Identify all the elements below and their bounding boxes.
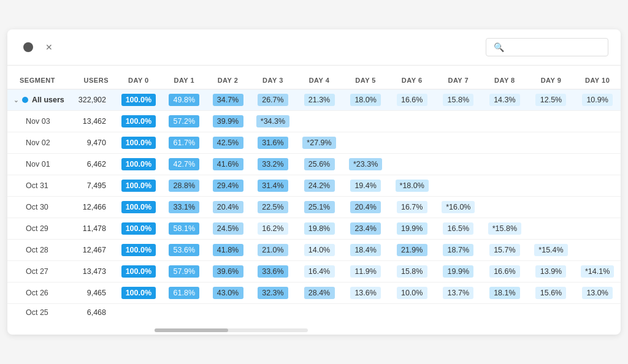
day9-cell [528,175,575,197]
day4-cell [296,111,343,132]
deselect-all-button[interactable]: ✕ [45,42,56,52]
day8-cell [481,197,528,218]
users-cell: 9,470 [72,132,115,154]
day9-cell: *15.4% [528,240,575,261]
search-icon: 🔍 [494,42,504,52]
day6-cell: 16.7% [389,197,435,218]
col-day8: DAY 8 [481,72,528,89]
day10-cell [574,304,621,322]
day4-cell: 19.8% [296,218,343,240]
cell-value: 34.7% [213,94,243,106]
cell-value: 19.9% [443,265,473,278]
day4-cell: *27.9% [296,132,343,154]
day5-cell: 13.6% [342,282,389,304]
search-input[interactable] [509,43,600,52]
day5-cell: 20.4% [342,197,389,218]
cell-value: 21.3% [304,94,335,106]
segment-cell: ⌄ All users [7,89,72,111]
day2-cell: 20.4% [206,197,250,218]
cell-value: 31.6% [258,137,288,149]
cell-value: 13.6% [350,287,381,299]
day6-cell: 19.9% [389,218,435,240]
day7-cell: 15.8% [435,89,482,111]
day0-cell: 100.0% [115,111,163,132]
day7-cell [435,111,482,132]
day4-cell: 14.0% [296,240,343,261]
cell-value: 49.8% [169,94,199,106]
col-day3: DAY 3 [250,72,296,89]
day5-cell [342,132,389,154]
day6-cell [389,111,435,132]
segment-cell: Oct 27 [7,261,72,282]
cell-value: 16.2% [258,222,288,235]
cell-value: *14.1% [581,265,614,278]
day8-cell [481,154,528,175]
cell-value: 18.7% [443,244,473,256]
day10-cell [574,154,621,175]
day4-cell: 28.4% [296,282,343,304]
day1-cell: 58.1% [163,218,206,240]
retention-table: SEGMENT USERS DAY 0 DAY 1 DAY 2 DAY 3 DA… [7,72,621,321]
cell-value: 100.0% [121,94,156,106]
day10-cell [574,240,621,261]
scroll-track[interactable] [155,328,308,332]
users-cell: 7,495 [72,175,115,197]
scrollbar-row [7,326,621,335]
day0-cell [115,304,163,322]
header-left: ✕ [20,42,56,52]
help-icon[interactable] [23,42,33,52]
cell-value: 20.4% [213,201,243,213]
day5-cell: 19.4% [342,175,389,197]
day8-cell [481,304,528,322]
users-cell: 13,473 [72,261,115,282]
day0-cell: 100.0% [115,132,163,154]
day1-cell: 53.6% [163,240,206,261]
table-row: Oct 269,465100.0%61.8%43.0%32.3%28.4%13.… [7,282,621,304]
day9-cell [528,111,575,132]
day3-cell: 16.2% [250,218,296,240]
day3-cell: 33.2% [250,154,296,175]
segment-name: Oct 31 [26,181,48,190]
segment-dot [22,97,28,103]
chevron-icon[interactable]: ⌄ [13,97,18,104]
cell-value: *23.3% [349,158,382,170]
day7-cell: 16.5% [435,218,482,240]
day8-cell: 15.7% [481,240,528,261]
day10-cell [574,132,621,154]
day10-cell [574,111,621,132]
day4-cell [296,304,343,322]
cell-value: 61.7% [169,137,199,149]
day0-cell: 100.0% [115,240,163,261]
col-day2: DAY 2 [206,72,250,89]
users-cell: 12,467 [72,240,115,261]
users-cell: 12,466 [72,197,115,218]
day3-cell: 31.4% [250,175,296,197]
col-day5: DAY 5 [342,72,389,89]
day8-cell: *15.8% [481,218,528,240]
cell-value: 33.2% [258,158,288,170]
cell-value: 10.0% [397,287,427,299]
day7-cell: 19.9% [435,261,482,282]
cell-value: 15.8% [397,265,427,278]
col-segment: SEGMENT [7,72,72,89]
day10-cell: *14.1% [574,261,621,282]
day1-cell: 57.2% [163,111,206,132]
day0-cell: 100.0% [115,89,163,111]
day9-cell: 15.6% [528,282,575,304]
search-box: 🔍 [486,38,608,56]
day3-cell [250,304,296,322]
day10-cell: 13.0% [574,282,621,304]
day9-cell [528,154,575,175]
day6-cell: 15.8% [389,261,435,282]
segment-cell: Nov 03 [7,111,72,132]
cell-value: 18.0% [350,94,381,106]
export-row [7,66,621,72]
table-wrapper: SEGMENT USERS DAY 0 DAY 1 DAY 2 DAY 3 DA… [7,72,621,326]
cell-value: 19.4% [350,180,381,192]
cell-value: 25.6% [304,158,335,170]
table-row: Nov 0313,462100.0%57.2%39.9%*34.3% [7,111,621,132]
cell-value: 31.4% [258,180,288,192]
cell-value: 33.1% [169,201,199,213]
cell-value: 16.6% [397,94,427,106]
segment-cell: Oct 26 [7,282,72,304]
